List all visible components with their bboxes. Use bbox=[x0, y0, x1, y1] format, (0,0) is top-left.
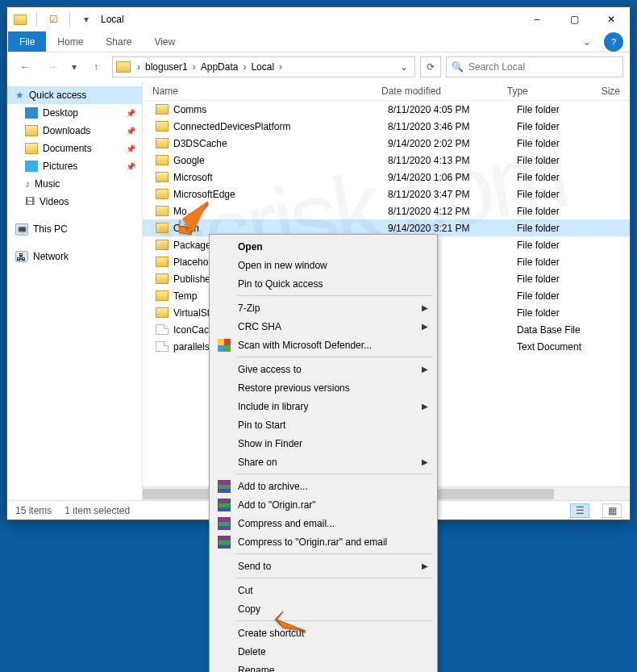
file-type: File folder bbox=[507, 104, 604, 115]
address-bar[interactable]: › bloguser1 › AppData › Local › ⌄ bbox=[112, 56, 415, 77]
table-row[interactable]: Mo…8/11/2020 4:12 PMFile folder bbox=[143, 202, 630, 219]
sidebar-network[interactable]: 🖧 Network bbox=[7, 248, 142, 265]
sidebar-item-documents[interactable]: Documents📌 bbox=[7, 140, 142, 157]
chevron-right-icon[interactable]: › bbox=[241, 61, 248, 73]
menu-item-add-to-archive[interactable]: Add to archive... bbox=[212, 477, 435, 495]
column-size[interactable]: Size bbox=[592, 86, 630, 97]
column-type[interactable]: Type bbox=[498, 86, 592, 97]
column-date[interactable]: Date modified bbox=[372, 86, 498, 97]
menu-item-cut[interactable]: Cut bbox=[212, 581, 435, 599]
search-input[interactable]: 🔍 bbox=[446, 56, 623, 77]
file-type: File folder bbox=[507, 155, 604, 166]
menu-item-label: Open in new window bbox=[238, 260, 327, 271]
sidebar-item-videos[interactable]: 🎞Videos bbox=[7, 193, 142, 211]
file-type: Data Base File bbox=[507, 324, 604, 336]
menu-item-7-zip[interactable]: 7-Zip▶ bbox=[212, 298, 435, 317]
menu-item-open-in-new-window[interactable]: Open in new window bbox=[212, 256, 435, 274]
sidebar-item-label: This PC bbox=[33, 223, 68, 235]
menu-item-compress-and-email[interactable]: Compress and email... bbox=[212, 514, 435, 532]
menu-item-label: Give access to bbox=[238, 364, 302, 375]
chevron-right-icon[interactable]: › bbox=[135, 61, 142, 73]
tab-home[interactable]: Home bbox=[46, 31, 94, 52]
sidebar-item-pictures[interactable]: Pictures📌 bbox=[7, 157, 142, 175]
sidebar-item-label: Music bbox=[35, 178, 60, 190]
breadcrumb[interactable]: bloguser1 bbox=[144, 61, 189, 73]
qat-dropdown-icon[interactable]: ▾ bbox=[78, 11, 94, 27]
sidebar-this-pc[interactable]: 💻 This PC bbox=[7, 220, 142, 238]
menu-item-show-in-finder[interactable]: Show in Finder bbox=[212, 434, 435, 453]
thumbnails-view-icon[interactable]: ▦ bbox=[602, 503, 622, 518]
table-row[interactable]: MicrosoftEdge8/11/2020 3:47 PMFile folde… bbox=[143, 186, 630, 202]
help-icon[interactable]: ? bbox=[604, 32, 623, 52]
table-row[interactable]: Comms8/11/2020 4:05 PMFile folder bbox=[143, 101, 630, 118]
tab-share[interactable]: Share bbox=[94, 31, 143, 52]
file-tab[interactable]: File bbox=[8, 31, 46, 52]
minimize-button[interactable]: – bbox=[518, 7, 556, 31]
folder-icon bbox=[25, 143, 38, 154]
column-name[interactable]: Name bbox=[143, 86, 372, 97]
menu-item-restore-previous-versions[interactable]: Restore previous versions bbox=[212, 378, 435, 397]
table-row[interactable]: D3DSCache9/14/2020 2:02 PMFile folder bbox=[143, 135, 630, 152]
menu-separator bbox=[236, 295, 433, 296]
chevron-right-icon[interactable]: › bbox=[191, 61, 198, 73]
winrar-icon bbox=[217, 498, 231, 512]
menu-item-compress-to-origin-rar-and-email[interactable]: Compress to "Origin.rar" and email bbox=[212, 532, 435, 551]
folder-icon bbox=[156, 273, 169, 284]
details-view-icon[interactable]: ☰ bbox=[570, 503, 589, 518]
star-icon: ★ bbox=[15, 90, 24, 101]
menu-item-scan-with-microsoft-defender[interactable]: Scan with Microsoft Defender... bbox=[212, 336, 435, 354]
sidebar-item-desktop[interactable]: Desktop📌 bbox=[7, 104, 142, 122]
menu-item-create-shortcut[interactable]: Create shortcut bbox=[212, 624, 435, 642]
address-dropdown-icon[interactable]: ⌄ bbox=[397, 61, 411, 73]
chevron-right-icon: ▶ bbox=[422, 561, 428, 570]
up-button[interactable]: ↑ bbox=[85, 56, 107, 78]
breadcrumb[interactable]: AppData bbox=[199, 61, 240, 73]
sidebar-item-downloads[interactable]: Downloads📌 bbox=[7, 122, 142, 140]
menu-item-pin-to-start[interactable]: Pin to Start bbox=[212, 415, 435, 434]
table-row[interactable]: Microsoft9/14/2020 1:06 PMFile folder bbox=[143, 169, 630, 186]
folder-icon bbox=[156, 189, 169, 199]
menu-item-label: Create shortcut bbox=[238, 628, 304, 639]
file-type: File folder bbox=[507, 223, 604, 234]
winrar-icon bbox=[217, 516, 231, 531]
ribbon-expand-icon[interactable]: ⌄ bbox=[577, 31, 597, 52]
pin-icon: 📌 bbox=[126, 109, 135, 118]
chevron-right-icon: ▶ bbox=[422, 402, 428, 411]
recent-dropdown-icon[interactable]: ▾ bbox=[69, 56, 80, 78]
refresh-button[interactable]: ⟳ bbox=[420, 56, 441, 77]
menu-item-copy[interactable]: Copy bbox=[212, 599, 435, 618]
sidebar-item-music[interactable]: ♪Music bbox=[7, 175, 142, 193]
maximize-button[interactable]: ▢ bbox=[556, 7, 593, 31]
file-type: File folder bbox=[507, 257, 604, 268]
menu-item-delete[interactable]: Delete bbox=[212, 642, 435, 661]
tab-view[interactable]: View bbox=[143, 31, 186, 52]
menu-item-label: Open bbox=[238, 241, 263, 253]
menu-item-crc-sha[interactable]: CRC SHA▶ bbox=[212, 317, 435, 336]
folder-icon bbox=[156, 155, 169, 165]
back-button[interactable]: ← bbox=[14, 56, 36, 78]
chevron-right-icon[interactable]: › bbox=[277, 61, 284, 73]
menu-item-give-access-to[interactable]: Give access to▶ bbox=[212, 360, 435, 378]
table-row[interactable]: ConnectedDevicesPlatform8/11/2020 3:46 P… bbox=[143, 118, 630, 135]
search-field[interactable] bbox=[468, 61, 618, 73]
table-row[interactable]: Google8/11/2020 4:13 PMFile folder bbox=[143, 152, 630, 169]
menu-item-pin-to-quick-access[interactable]: Pin to Quick access bbox=[212, 274, 435, 293]
sidebar-quick-access[interactable]: ★ Quick access bbox=[7, 86, 142, 104]
forward-button[interactable]: → bbox=[41, 56, 64, 78]
folder-icon[interactable] bbox=[12, 11, 28, 27]
menu-item-open[interactable]: Open bbox=[212, 237, 435, 256]
menu-item-send-to[interactable]: Send to▶ bbox=[212, 557, 435, 575]
menu-item-include-in-library[interactable]: Include in library▶ bbox=[212, 397, 435, 415]
folder-icon bbox=[156, 206, 169, 216]
menu-item-add-to-origin-rar[interactable]: Add to "Origin.rar" bbox=[212, 495, 435, 514]
close-button[interactable]: ✕ bbox=[593, 7, 630, 31]
breadcrumb[interactable]: Local bbox=[249, 61, 276, 73]
pin-icon: 📌 bbox=[126, 127, 135, 136]
properties-qat-icon[interactable]: ☑ bbox=[45, 11, 61, 27]
menu-item-share-on[interactable]: Share on▶ bbox=[212, 453, 435, 471]
menu-separator bbox=[236, 357, 433, 357]
menu-item-label: Scan with Microsoft Defender... bbox=[238, 340, 372, 351]
file-name: Origin bbox=[173, 223, 199, 234]
sidebar-item-label: Videos bbox=[40, 196, 69, 207]
menu-item-rename[interactable]: Rename bbox=[212, 661, 435, 672]
